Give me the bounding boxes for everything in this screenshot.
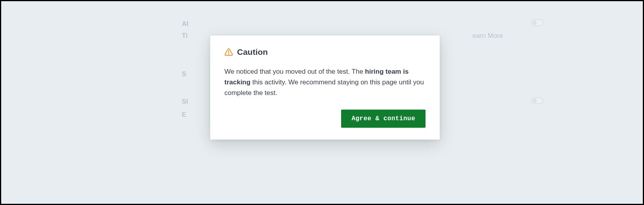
toggle-switch <box>531 97 543 104</box>
warning-triangle-icon <box>224 48 233 56</box>
bg-text: Ti <box>182 32 188 40</box>
agree-continue-button[interactable]: Agree & continue <box>341 110 426 128</box>
bg-text: S <box>182 70 186 78</box>
toggle-switch <box>531 19 543 26</box>
bg-text: E <box>182 111 186 119</box>
modal-header: Caution <box>224 47 426 57</box>
bg-text: SI <box>182 98 188 106</box>
modal-footer: Agree & continue <box>224 110 426 128</box>
modal-body-text: We noticed that you moved out of the tes… <box>224 66 426 99</box>
svg-point-1 <box>228 54 229 54</box>
modal-title: Caution <box>237 47 268 57</box>
bg-text: AI <box>182 20 189 28</box>
bg-learn-more-link: earn More <box>472 32 503 40</box>
caution-modal: Caution We noticed that you moved out of… <box>210 35 440 140</box>
modal-body-prefix: We noticed that you moved out of the tes… <box>224 68 365 75</box>
modal-body-suffix: this activity. We recommend staying on t… <box>224 78 424 97</box>
